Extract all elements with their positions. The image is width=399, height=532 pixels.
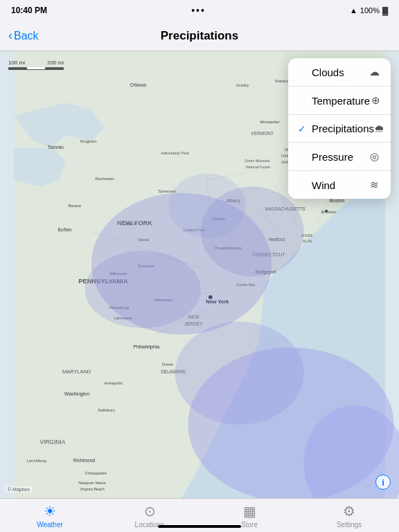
- scale-line: [8, 67, 64, 70]
- menu-icon-wind: ≋: [367, 179, 381, 191]
- svg-text:Washington: Washington: [64, 391, 90, 397]
- wifi-icon: ▲: [350, 6, 357, 15]
- svg-point-71: [325, 210, 328, 213]
- svg-text:Annapolis: Annapolis: [104, 381, 123, 385]
- status-time: 10:40 PM: [11, 6, 47, 15]
- tab-icon-settings: ⚙: [343, 503, 355, 520]
- status-bar: 10:40 PM ••• ▲ 100% ▓: [0, 0, 399, 21]
- tab-label-settings: Settings: [337, 521, 362, 529]
- svg-text:Syracuse: Syracuse: [159, 189, 177, 193]
- svg-text:New York: New York: [206, 299, 229, 305]
- svg-text:Philadelphia: Philadelphia: [133, 344, 159, 350]
- menu-item-precipitations[interactable]: ✓Precipitations🌧: [288, 115, 391, 143]
- svg-text:MARYLAND: MARYLAND: [62, 369, 91, 375]
- svg-text:Batavia: Batavia: [68, 204, 81, 208]
- svg-text:Albany: Albany: [227, 198, 241, 204]
- svg-text:Salisbury: Salisbury: [98, 408, 115, 412]
- svg-text:Buffalo: Buffalo: [58, 227, 73, 232]
- svg-text:Richmond: Richmond: [73, 458, 95, 463]
- menu-label-clouds: Clouds: [312, 66, 344, 78]
- battery-label: 100%: [360, 6, 380, 15]
- svg-text:Dover: Dover: [162, 362, 173, 366]
- svg-text:MASSACHUSETTS: MASSACHUSETTS: [265, 206, 305, 211]
- svg-text:Lynchburg: Lynchburg: [27, 459, 46, 463]
- checkmark-precipitations: ✓: [298, 123, 308, 134]
- svg-text:Bridgeport: Bridgeport: [256, 269, 276, 275]
- layer-menu: Clouds☁Temperature⊕✓Precipitations🌧Press…: [288, 58, 391, 199]
- tab-item-settings[interactable]: ⚙Settings: [299, 503, 399, 529]
- svg-text:Catskill Park: Catskill Park: [184, 228, 205, 232]
- svg-point-70: [209, 295, 213, 299]
- svg-text:NEW: NEW: [188, 314, 200, 319]
- menu-icon-pressure: ◎: [367, 150, 381, 163]
- mapbox-watermark: © Mapbox: [6, 486, 32, 493]
- home-indicator: [158, 525, 241, 528]
- menu-icon-clouds: ☁: [367, 66, 381, 78]
- svg-text:Lancaster: Lancaster: [114, 316, 132, 320]
- svg-text:Harrisburg: Harrisburg: [109, 305, 129, 310]
- svg-text:ISLAN: ISLAN: [303, 240, 312, 243]
- svg-text:Granby: Granby: [236, 83, 249, 87]
- scale-label-200: 200 mi: [47, 60, 64, 66]
- svg-text:VIRGINIA: VIRGINIA: [40, 438, 66, 445]
- svg-text:Poughkeepsie: Poughkeepsie: [215, 246, 242, 250]
- svg-text:Virginia Beach: Virginia Beach: [80, 487, 105, 491]
- svg-text:JERSEY: JERSEY: [184, 321, 203, 326]
- svg-text:Vestal: Vestal: [138, 238, 149, 242]
- svg-text:Oyster Bay: Oyster Bay: [236, 283, 256, 287]
- svg-text:Ithaca: Ithaca: [125, 222, 136, 226]
- page-title: Precipitations: [161, 29, 238, 43]
- svg-text:Rochester: Rochester: [95, 177, 114, 181]
- scale-label-100: 100 mi: [8, 60, 25, 66]
- tab-item-store[interactable]: ▦Store: [200, 503, 299, 529]
- menu-label-wind: Wind: [312, 179, 335, 191]
- menu-label-pressure: Pressure: [312, 151, 353, 163]
- svg-text:Scranton: Scranton: [138, 264, 154, 268]
- back-chevron-icon: ‹: [8, 28, 12, 43]
- svg-text:Boston: Boston: [330, 198, 345, 203]
- battery-icon: ▓: [382, 6, 388, 15]
- svg-text:Newport News: Newport News: [78, 481, 105, 485]
- svg-text:Chesapeake: Chesapeake: [85, 471, 107, 475]
- svg-text:Allentown: Allentown: [154, 298, 172, 302]
- scale-bar: 100 mi 200 mi: [8, 60, 64, 70]
- back-button[interactable]: ‹ Back: [8, 28, 39, 43]
- svg-text:RHODE: RHODE: [301, 234, 313, 238]
- menu-item-temperature[interactable]: Temperature⊕: [288, 87, 391, 115]
- svg-text:Hartford: Hartford: [268, 237, 285, 242]
- status-icons: ▲ 100% ▓: [350, 6, 388, 15]
- back-label: Back: [14, 30, 39, 42]
- svg-text:Kingston: Kingston: [80, 139, 96, 143]
- menu-icon-temperature: ⊕: [370, 94, 381, 107]
- svg-text:Pinfield: Pinfield: [213, 217, 225, 221]
- menu-item-pressure[interactable]: Pressure◎: [288, 143, 391, 171]
- tab-label-store: Store: [241, 521, 258, 529]
- svg-text:Brockton: Brockton: [321, 210, 337, 214]
- tab-icon-weather: ☀: [44, 503, 56, 520]
- tab-item-locations[interactable]: ⊙Locations: [100, 503, 200, 529]
- svg-text:National Forest: National Forest: [246, 165, 270, 169]
- svg-text:Williamston: Williamston: [109, 272, 127, 276]
- tab-item-weather[interactable]: ☀Weather: [0, 503, 100, 529]
- tab-icon-locations: ⊙: [144, 503, 156, 520]
- tab-icon-store: ▦: [243, 503, 256, 520]
- menu-label-precipitations: Precipitations: [312, 123, 374, 134]
- svg-text:Ottawa: Ottawa: [130, 82, 147, 88]
- svg-text:Adirondack Park: Adirondack Park: [161, 151, 189, 155]
- svg-text:Toronto: Toronto: [48, 145, 64, 150]
- tab-label-weather: Weather: [37, 521, 63, 529]
- svg-text:Green Mountain: Green Mountain: [245, 159, 270, 163]
- svg-text:PENNSYLVANIA: PENNSYLVANIA: [78, 278, 128, 285]
- status-dots: •••: [191, 5, 206, 16]
- svg-text:DELAWARE: DELAWARE: [161, 369, 186, 374]
- svg-text:Montpelier: Montpelier: [260, 120, 279, 124]
- menu-item-wind[interactable]: Wind≋: [288, 171, 391, 199]
- menu-label-temperature: Temperature: [312, 95, 370, 107]
- svg-text:VERMONT: VERMONT: [251, 131, 274, 136]
- nav-bar: ‹ Back Precipitations: [0, 21, 399, 51]
- menu-item-clouds[interactable]: Clouds☁: [288, 58, 391, 87]
- menu-icon-precipitations: 🌧: [374, 123, 384, 134]
- info-button[interactable]: i: [375, 475, 391, 490]
- svg-text:CONNECTICUT: CONNECTICUT: [252, 252, 285, 257]
